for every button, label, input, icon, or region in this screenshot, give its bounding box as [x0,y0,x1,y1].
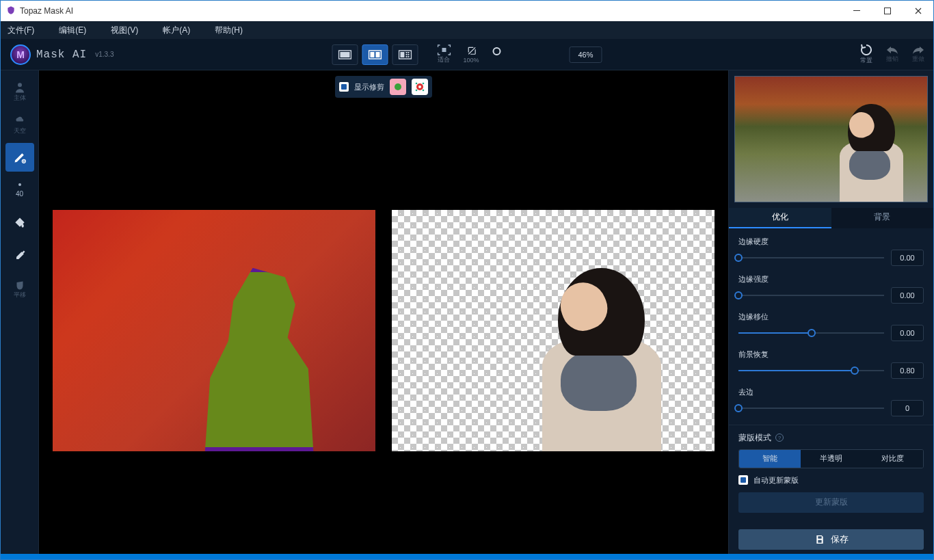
svg-rect-9 [405,52,407,53]
slider-edge-strength-value[interactable]: 0.00 [891,287,924,304]
auto-update-label: 自动更新蒙版 [753,475,799,485]
brush-size-indicator[interactable]: 40 [5,176,34,204]
slider-defringe-track[interactable] [738,408,884,409]
svg-rect-1 [884,8,890,14]
zoom-value[interactable]: 46% [570,46,602,63]
tool-eyedropper[interactable] [5,241,34,270]
mask-mode-title: 蒙版模式 [738,432,771,444]
tool-subject[interactable]: 主体 [5,77,34,106]
slider-edge-shift-value[interactable]: 0.00 [891,325,924,341]
menu-help[interactable]: 帮助(H) [215,25,243,36]
zoom-100-button[interactable]: 100% [463,46,479,64]
slider-edge-hardness: 边缘硬度 0.00 [738,237,924,266]
svg-point-21 [418,85,421,88]
svg-rect-0 [853,10,860,11]
zoom-level-indicator [492,46,503,63]
left-tool-strip: 主体 天空 40 平移 [1,70,39,554]
slider-fg-recover: 前景恢复 0.80 [738,349,924,379]
save-button[interactable]: 保存 [738,529,924,550]
menu-view[interactable]: 视图(V) [111,25,138,36]
window-minimize-button[interactable] [841,1,872,21]
right-panel: 优化 背景 边缘硬度 0.00 边缘强度 0.00 边缘移位 [728,70,933,554]
slider-fg-recover-label: 前景恢复 [738,349,924,360]
menu-file[interactable]: 文件(F) [8,25,34,36]
view-split-button[interactable] [362,44,388,65]
canvas-area[interactable]: 显示修剪 [39,70,728,554]
auto-update-checkbox[interactable] [738,475,748,485]
slider-fg-recover-track[interactable] [738,370,884,371]
brush-dot-icon [18,183,21,186]
slider-edge-hardness-label: 边缘硬度 [738,237,924,247]
mask-mode-smart[interactable]: 智能 [739,450,801,468]
slider-edge-shift-track[interactable] [738,332,884,334]
tool-pan[interactable]: 平移 [5,274,34,303]
menu-account[interactable]: 帐户(A) [163,25,190,36]
slider-edge-shift: 边缘移位 0.00 [738,312,924,341]
app-name: Mask AI [36,49,87,61]
window-close-button[interactable] [903,1,933,21]
mask-mode-segmented: 智能 半透明 对比度 [738,449,924,468]
svg-rect-14 [408,56,409,57]
view-single-button[interactable] [332,44,358,65]
slider-defringe: 去边 0 [738,387,924,416]
slider-defringe-label: 去边 [738,387,924,397]
zoom-fit-button[interactable]: 适合 [437,44,451,64]
tool-brush-settings[interactable] [5,143,34,172]
window-maximize-button[interactable] [872,1,903,21]
svg-point-25 [423,90,425,92]
svg-rect-5 [370,52,374,57]
svg-rect-6 [375,52,379,57]
main-area: 主体 天空 40 平移 显示修剪 [1,70,933,554]
slider-edge-hardness-value[interactable]: 0.00 [891,250,924,266]
help-icon[interactable]: ? [775,434,784,442]
menu-edit[interactable]: 编辑(E) [59,25,86,36]
svg-rect-10 [408,52,409,53]
save-icon [814,534,825,545]
svg-point-22 [416,83,418,85]
show-trim-checkbox[interactable] [339,82,349,92]
undo-button[interactable]: 撤销 [885,45,899,64]
tool-sky-label: 天空 [14,126,26,135]
window-titlebar: Topaz Mask AI [1,1,933,21]
taskbar-sliver [1,554,933,560]
slider-edge-strength-track[interactable] [738,295,884,296]
sliders-group: 边缘硬度 0.00 边缘强度 0.00 边缘移位 0.00 [729,228,933,425]
app-version: v1.3.3 [95,51,114,58]
svg-rect-3 [340,52,349,57]
result-image-panel[interactable] [392,210,715,451]
zoom-fit-label: 适合 [438,55,450,64]
mask-mode-semi[interactable]: 半透明 [801,450,862,468]
tab-optimize[interactable]: 优化 [729,208,831,228]
slider-defringe-value[interactable]: 0 [891,400,924,416]
slider-edge-shift-label: 边缘移位 [738,312,924,322]
mask-mode-contrast[interactable]: 对比度 [862,450,923,468]
mask-overlay-swatch-pink[interactable] [390,79,406,95]
svg-rect-12 [408,54,409,55]
svg-point-24 [416,90,418,92]
svg-point-17 [18,83,22,87]
tool-sky[interactable]: 天空 [5,110,34,139]
window-title: Topaz Mask AI [20,6,73,16]
tool-fill[interactable] [5,209,34,237]
undo-label: 撤销 [886,55,898,64]
slider-edge-hardness-track[interactable] [738,257,884,258]
svg-rect-8 [400,52,404,57]
slider-edge-strength-label: 边缘强度 [738,274,924,284]
navigator-preview[interactable] [734,76,928,202]
tab-background[interactable]: 背景 [831,208,934,228]
svg-rect-15 [442,48,446,52]
show-trim-label: 显示修剪 [354,82,384,92]
view-side-button[interactable] [392,44,418,65]
menu-bar: 文件(F) 编辑(E) 视图(V) 帐户(A) 帮助(H) [1,21,933,39]
update-mask-button[interactable]: 更新蒙版 [738,492,924,513]
slider-fg-recover-value[interactable]: 0.80 [891,362,924,379]
source-image-panel[interactable] [53,210,375,451]
mask-mode-section: 蒙版模式 ? 智能 半透明 对比度 自动更新蒙版 更新蒙版 [729,425,933,520]
zoom-100-label: 100% [463,57,479,64]
svg-rect-11 [405,54,407,55]
mask-overlay-swatch-target[interactable] [412,79,428,95]
reset-button[interactable]: 常置 [859,44,873,65]
tool-pan-label: 平移 [14,291,26,299]
right-panel-tabs: 优化 背景 [729,208,933,228]
redo-button[interactable]: 重做 [911,45,925,64]
